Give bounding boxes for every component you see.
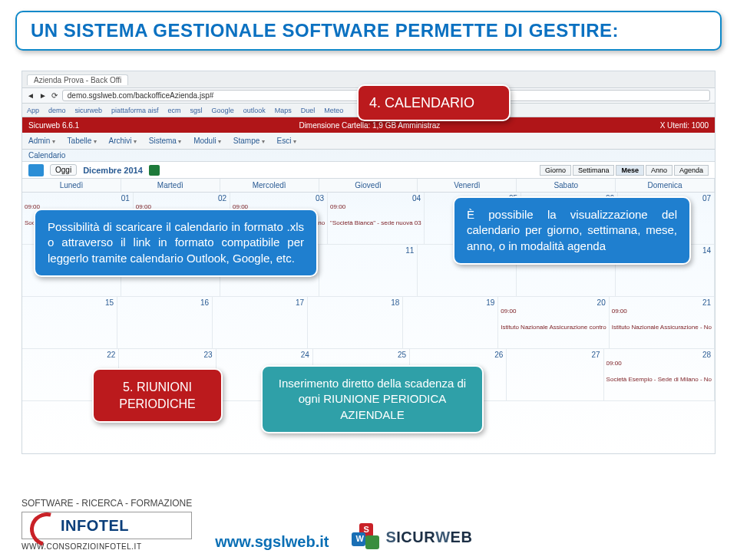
app-users: X Utenti: 1000 xyxy=(660,121,709,130)
view-button[interactable]: Giorno xyxy=(540,165,571,176)
calendar-cell[interactable]: 19 xyxy=(403,297,498,348)
app-status: Dimensione Cartella: 1,9 GB Amministraz xyxy=(299,121,440,130)
cell-date: 02 xyxy=(218,194,226,203)
view-button[interactable]: Settimana xyxy=(573,165,615,176)
footer-tagline: SOFTWARE - RICERCA - FORMAZIONE xyxy=(21,498,192,509)
bookmark-item[interactable]: piattaforma aisf xyxy=(111,107,159,114)
sicurweb-text: SICURWEB xyxy=(385,529,472,546)
calendar-event[interactable]: Istituto Nazionale Assicurazione - No xyxy=(612,324,712,331)
bookmark-item[interactable]: App xyxy=(27,107,39,114)
day-header: Mercoledì xyxy=(220,179,319,192)
sicurweb-logo: S W SICURWEB xyxy=(352,523,472,551)
callout-view-text: È possibile la visualizzazione del calen… xyxy=(467,208,677,252)
cell-date: 16 xyxy=(200,298,209,307)
callout-meetings: Inserimento diretto della scadenza di og… xyxy=(261,365,484,433)
cell-date: 15 xyxy=(105,298,114,307)
calendar-cell[interactable]: 2109:00Istituto Nazionale Assicurazione … xyxy=(610,297,715,348)
calendar-cell[interactable]: 16 xyxy=(117,297,213,348)
cell-date: 23 xyxy=(203,351,212,359)
cell-date: 14 xyxy=(702,246,711,255)
cell-date: 28 xyxy=(702,351,711,359)
toolbar-item[interactable]: Sistema xyxy=(149,137,181,145)
view-buttons: GiornoSettimanaMeseAnnoAgenda xyxy=(540,165,709,176)
infotel-logo: INFOTEL xyxy=(21,512,192,539)
bookmark-item[interactable]: sicurweb xyxy=(75,107,103,114)
toolbar-item[interactable]: Archivi xyxy=(109,137,137,145)
footer: SOFTWARE - RICERCA - FORMAZIONE INFOTEL … xyxy=(21,498,716,551)
cell-date: 21 xyxy=(702,298,711,307)
calendar-cell[interactable]: 17 xyxy=(213,297,308,348)
toolbar-item[interactable]: Tabelle xyxy=(68,137,97,145)
calendar-cell[interactable]: 2809:00Società Esempio - Sede di Milano … xyxy=(604,349,715,400)
month-label: Dicembre 2014 xyxy=(83,166,143,175)
calendar-cell[interactable]: 18 xyxy=(308,297,403,348)
day-header: Venerdì xyxy=(418,179,517,192)
bookmark-item[interactable]: Google xyxy=(212,107,234,114)
calendar-cell[interactable]: 0409:00"Società Bianca" - sede nuova 03 xyxy=(328,193,425,244)
calendar-event[interactable]: Istituto Nazionale Assicurazione contro xyxy=(501,324,606,331)
callout-view: È possibile la visualizzazione del calen… xyxy=(453,196,691,265)
sicurweb-badge-icon: S W xyxy=(352,523,379,551)
callout-download: Possibilità di scaricare il calendario i… xyxy=(34,209,318,277)
app-title: Sicurweb 6.6.1 xyxy=(28,121,79,130)
cell-date: 17 xyxy=(296,298,304,307)
page-title-banner: UN SISTEMA GESTIONALE SOFTWARE PERMETTE … xyxy=(15,11,722,51)
cell-date: 25 xyxy=(398,351,406,359)
view-button[interactable]: Agenda xyxy=(674,165,709,176)
view-button[interactable]: Anno xyxy=(646,165,673,176)
breadcrumb: Calendario xyxy=(22,150,715,162)
cell-date: 07 xyxy=(702,194,711,203)
bookmark-item[interactable]: ecm xyxy=(168,107,181,114)
infotel-text: INFOTEL xyxy=(61,517,129,535)
day-header: Sabato xyxy=(517,179,616,192)
back-icon[interactable]: ◄ xyxy=(27,91,35,100)
forward-icon[interactable]: ► xyxy=(39,91,47,100)
calendar-cell[interactable]: 15 xyxy=(22,297,117,348)
cell-date: 19 xyxy=(486,298,494,307)
cell-date: 11 xyxy=(405,246,414,255)
day-header: Lunedì xyxy=(22,179,121,192)
cell-date: 27 xyxy=(591,351,600,359)
cell-date: 20 xyxy=(597,298,606,307)
calendar-event[interactable]: "Società Bianca" - sede nuova 03 xyxy=(330,219,421,226)
bookmark-item[interactable]: Duel xyxy=(301,107,316,114)
callout-calendario-label: 4. CALENDARIO xyxy=(369,95,474,110)
view-button[interactable]: Mese xyxy=(616,165,644,176)
app-toolbar: AdminTabelleArchiviSistemaModuliStampeEs… xyxy=(22,133,715,150)
cell-date: 04 xyxy=(412,194,421,203)
page-title: UN SISTEMA GESTIONALE SOFTWARE PERMETTE … xyxy=(31,20,706,41)
toolbar-item[interactable]: Moduli xyxy=(193,137,221,145)
excel-icon[interactable] xyxy=(149,165,160,176)
home-icon[interactable] xyxy=(28,164,44,176)
callout-riunioni: 5. RIUNIONI PERIODICHE xyxy=(92,368,223,423)
calendar-day-headers: LunedìMartedìMercoledìGiovedìVenerdìSaba… xyxy=(22,179,715,193)
cell-date: 01 xyxy=(121,194,130,203)
browser-tab[interactable]: Azienda Prova - Back Offi xyxy=(27,74,128,85)
toolbar-item[interactable]: Esci xyxy=(277,137,296,145)
day-header: Domenica xyxy=(616,179,715,192)
calendar-cell[interactable]: 11 xyxy=(319,245,418,296)
reload-icon[interactable]: ⟳ xyxy=(51,91,58,100)
callout-download-text: Possibilità di scaricare il calendario i… xyxy=(48,220,304,265)
day-header: Martedì xyxy=(121,179,220,192)
day-header: Giovedì xyxy=(319,179,418,192)
bookmark-item[interactable]: Maps xyxy=(275,107,292,114)
bookmark-item[interactable]: sgsl xyxy=(190,107,203,114)
calendar-cell[interactable]: 2009:00Istituto Nazionale Assicurazione … xyxy=(498,297,609,348)
calendar-cell[interactable]: 27 xyxy=(507,349,603,400)
sgslweb-url[interactable]: www.sgslweb.it xyxy=(215,533,329,551)
bookmark-item[interactable]: demo xyxy=(48,107,66,114)
cell-date: 26 xyxy=(494,351,503,359)
calendar-header: Oggi Dicembre 2014 GiornoSettimanaMeseAn… xyxy=(22,162,715,179)
today-button[interactable]: Oggi xyxy=(50,164,77,176)
toolbar-item[interactable]: Admin xyxy=(28,137,55,145)
bookmark-item[interactable]: outlook xyxy=(243,107,266,114)
calendar-row: 15161718192009:00Istituto Nazionale Assi… xyxy=(22,297,715,349)
calendar-event[interactable]: Società Esempio - Sede di Milano - No xyxy=(606,376,712,383)
callout-riunioni-label: 5. RIUNIONI PERIODICHE xyxy=(119,380,196,410)
cell-date: 03 xyxy=(316,194,324,203)
toolbar-item[interactable]: Stampe xyxy=(233,137,265,145)
cell-date: 22 xyxy=(107,351,115,359)
bookmark-item[interactable]: Meteo xyxy=(324,107,343,114)
cell-date: 24 xyxy=(301,351,309,359)
